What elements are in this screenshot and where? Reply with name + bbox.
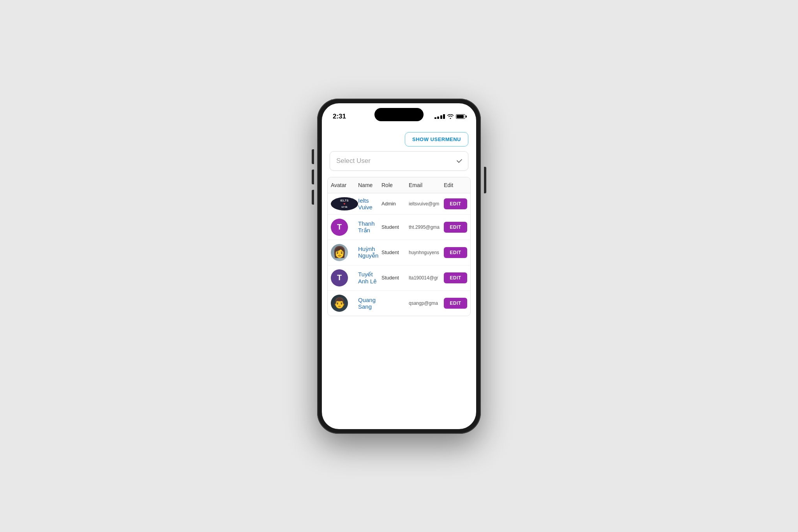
edit-button[interactable]: EDIT <box>444 272 467 283</box>
phone-frame: 2:31 SHOW USERMENU <box>317 99 481 434</box>
user-name: Tuyết Anh Lê <box>358 271 381 285</box>
user-role: Student <box>381 224 409 230</box>
table-row: T Thanh Trần Student tht.2995@gma EDIT <box>328 215 470 240</box>
col-header-role: Role <box>381 182 409 188</box>
table-row: Quang Sang qsangp@gma EDIT <box>328 291 470 316</box>
edit-button[interactable]: EDIT <box>444 298 467 309</box>
status-icons <box>434 114 466 119</box>
app-content: SHOW USERMENU Select User Avatar Name Ro… <box>322 124 476 429</box>
user-email: qsangp@gma <box>409 300 444 306</box>
edit-button[interactable]: EDIT <box>444 222 467 233</box>
table-row: Huỳnh Nguyễn Student huynhnguyens EDIT <box>328 240 470 265</box>
select-container: Select User <box>330 151 468 171</box>
status-bar: 2:31 <box>322 103 476 124</box>
col-header-avatar: Avatar <box>331 182 358 188</box>
avatar: IELTS ♥ UI VE <box>331 197 358 210</box>
user-name: Huỳnh Nguyễn <box>358 246 381 259</box>
col-header-email: Email <box>409 182 444 188</box>
header-row: SHOW USERMENU <box>322 129 476 151</box>
table-row: T Tuyết Anh Lê Student lta190014@gr EDIT <box>328 265 470 291</box>
select-user-placeholder: Select User <box>336 157 371 165</box>
user-email: huynhnguyens <box>409 250 444 255</box>
wifi-icon <box>447 114 454 119</box>
avatar: T <box>331 269 348 286</box>
show-usermenu-button[interactable]: SHOW USERMENU <box>405 132 468 147</box>
user-role: Admin <box>381 201 409 207</box>
avatar <box>331 244 348 261</box>
user-email: ieltsvuive@gm <box>409 201 444 207</box>
select-user-dropdown[interactable]: Select User <box>330 151 468 171</box>
user-name: Quang Sang <box>358 297 381 310</box>
battery-icon <box>456 114 465 119</box>
col-header-name: Name <box>358 182 381 188</box>
user-email: tht.2995@gma <box>409 224 444 230</box>
col-header-edit: Edit <box>444 182 467 188</box>
user-role: Student <box>381 249 409 255</box>
table-row: IELTS ♥ UI VE Ielts Vuive Admin ieltsvui… <box>328 193 470 215</box>
avatar: T <box>331 219 348 236</box>
user-role: Student <box>381 275 409 281</box>
phone-screen: 2:31 SHOW USERMENU <box>322 103 476 429</box>
table-header: Avatar Name Role Email Edit <box>328 177 470 193</box>
status-time: 2:31 <box>333 113 346 120</box>
user-name: Thanh Trần <box>358 220 381 234</box>
user-table: Avatar Name Role Email Edit IELTS ♥ UI V… <box>327 177 471 316</box>
chevron-down-icon <box>457 157 462 163</box>
avatar <box>331 295 348 312</box>
edit-button[interactable]: EDIT <box>444 247 467 258</box>
user-email: lta190014@gr <box>409 275 444 281</box>
signal-icon <box>434 114 445 119</box>
edit-button[interactable]: EDIT <box>444 198 467 209</box>
user-name: Ielts Vuive <box>358 197 381 210</box>
dynamic-island <box>374 108 424 121</box>
